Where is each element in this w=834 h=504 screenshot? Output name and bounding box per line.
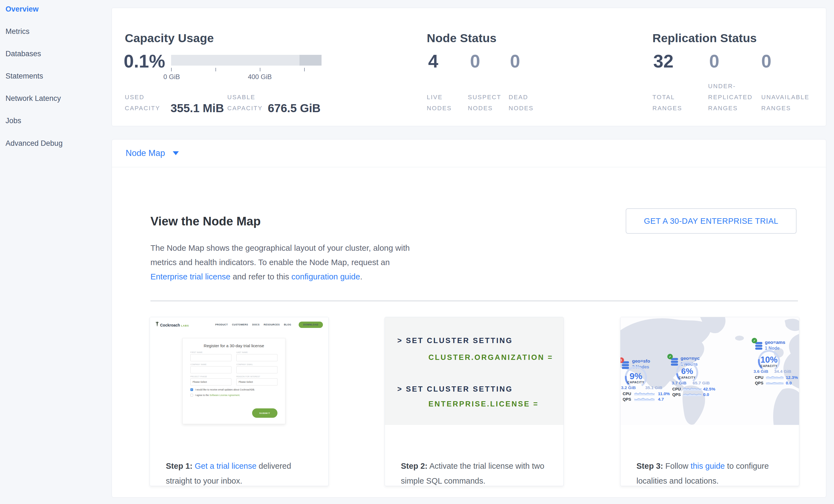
this-guide-link[interactable]: this guide (691, 462, 725, 470)
axis-tick (216, 68, 216, 71)
qps-sparkline-icon (634, 396, 655, 401)
capacity-used-percent: 0.1% (124, 51, 165, 72)
used-capacity-value: 355.1 MiB (171, 102, 224, 115)
capacity-usage-title: Capacity Usage (125, 31, 214, 45)
capacity-bar: 0 GiB 400 GiB (171, 55, 322, 88)
qps-sparkline-icon (683, 392, 701, 396)
total-capacity: 34.4 GiB (774, 369, 791, 374)
sidebar-item-overview[interactable]: Overview (5, 5, 39, 14)
nav-link: BLOG (284, 323, 291, 326)
capacity-label: CAPACITY (756, 364, 782, 368)
form-field: COMPANY NAME (190, 364, 232, 373)
qps-value: 0.0 (703, 392, 709, 397)
dead-nodes-label: DEAD NODES (509, 92, 540, 114)
get-trial-license-link[interactable]: Get a trial license (195, 462, 257, 470)
cpu-label: CPU (623, 392, 631, 396)
healthy-badge-icon: ✓ (752, 338, 757, 343)
form-title: Register for a 30-day trial license (190, 343, 278, 348)
axis-tick (304, 68, 305, 71)
cpu-value: 11.0% (658, 391, 670, 396)
step-number: Step 2: (401, 462, 427, 470)
nav-link: CUSTOMERS (232, 323, 248, 326)
checkbox-label: I would like to receive email updates ab… (195, 388, 255, 391)
cluster-summary-panel: Capacity Usage 0.1% 0 GiB 400 GiB USED C… (112, 8, 826, 126)
under-replicated-label: UNDER-REPLICATED RANGES (708, 81, 763, 114)
cockroach-logo-icon (155, 322, 159, 328)
node-map-panel: Node Map View the Node Map The Node Map … (112, 139, 826, 498)
sql-code-thumbnail: > SET CLUSTER SETTING CLUSTER.ORGANIZATI… (385, 317, 564, 425)
signup-page-thumbnail: Cockroach LABS PRODUCT CUSTOMERS DOCS RE… (150, 317, 328, 444)
view-selector-row: Node Map (112, 139, 826, 167)
node-map-dropdown-label: Node Map (126, 148, 165, 158)
configuration-guide-link[interactable]: configuration guide (291, 272, 360, 281)
step-3-caption: Step 3: Follow this guide to configure l… (636, 459, 789, 486)
live-nodes-count: 4 (428, 51, 438, 72)
node-map-dropdown[interactable]: Node Map (126, 139, 179, 167)
enterprise-trial-button[interactable]: GET A 30-DAY ENTERPRISE TRIAL (626, 208, 796, 234)
select-input: Please Select (236, 378, 278, 386)
license-agreement-checkbox-row: I agree to the Software License Agreemen… (190, 394, 278, 396)
step-number: Step 1: (166, 462, 193, 470)
cpu-value: 12.3% (786, 375, 798, 380)
qps-label: QPS (672, 392, 681, 397)
qps-sparkline-icon (766, 380, 784, 385)
unavailable-ranges-label: UNAVAILABLE RANGES (761, 92, 820, 114)
checkbox-label: I agree to the Software License Agreemen… (195, 394, 240, 396)
nav-link: DOCS (253, 323, 260, 326)
text-input (236, 366, 278, 373)
locality-name: geo=sfo (632, 358, 650, 364)
sidebar-item-databases[interactable]: Databases (5, 50, 41, 58)
healthy-badge-icon: ✓ (667, 354, 673, 359)
usable-capacity-value: 676.5 GiB (268, 102, 321, 115)
download-pill: DOWNLOAD (299, 322, 323, 328)
thumbnail-nav-links: PRODUCT CUSTOMERS DOCS RESOURCES BLOG DO… (215, 322, 323, 328)
step-2-caption: Step 2: Activate the trial license with … (401, 459, 553, 486)
nav-link: PRODUCT (215, 323, 228, 326)
page-title: View the Node Map (150, 214, 261, 228)
form-field: LAST NAME (236, 351, 278, 361)
field-label: LAST NAME (236, 351, 278, 353)
total-capacity: 35.1 GiB (645, 385, 662, 390)
node-map-thumbnail: 1 geo=sfo 2 Nodes 9% CAPACITY 3.2 GiB 35… (620, 317, 799, 425)
capacity-label: CAPACITY (623, 380, 649, 384)
field-label: PROJECT PHASE (190, 376, 232, 377)
select-input: Please Select (190, 378, 232, 386)
sql-prompt-line: > SET CLUSTER SETTING (397, 385, 513, 394)
chevron-down-icon (173, 151, 179, 155)
sidebar-item-network-latency[interactable]: Network Latency (5, 94, 61, 103)
form-field: REASON FOR INTEREST Please Select (236, 376, 278, 386)
sidebar-item-statements[interactable]: Statements (5, 72, 43, 81)
form-field: COMPANY EMAIL (236, 364, 278, 373)
sidebar-item-jobs[interactable]: Jobs (5, 116, 21, 125)
sql-prompt-line: > SET CLUSTER SETTING (397, 336, 513, 345)
form-field: PROJECT PHASE Please Select (190, 376, 232, 386)
step-1-caption: Step 1: Get a trial license delivered st… (166, 459, 319, 486)
logo-suffix: LABS (181, 324, 189, 327)
suspect-nodes-count: 0 (470, 51, 480, 72)
field-label: REASON FOR INTEREST (236, 376, 278, 377)
qps-value: 4.7 (658, 397, 664, 402)
used-capacity: 3.2 GiB (621, 385, 636, 390)
usable-capacity-label: USABLE CAPACITY (227, 92, 271, 114)
suspect-nodes-label: SUSPECT NODES (468, 92, 504, 114)
total-ranges-label: TOTAL RANGES (653, 92, 688, 114)
cpu-label: CPU (672, 387, 681, 391)
description-text: . (360, 272, 362, 281)
field-label: COMPANY NAME (190, 364, 232, 366)
enterprise-trial-license-link[interactable]: Enterprise trial license (150, 272, 231, 281)
replication-status-title: Replication Status (653, 31, 757, 45)
checkbox-text: I agree to the (195, 394, 210, 396)
sidebar-item-advanced-debug[interactable]: Advanced Debug (5, 139, 63, 148)
capacity-bar-reserved-segment (300, 55, 322, 66)
text-input (236, 354, 278, 361)
email-updates-checkbox-row: ✓ I would like to receive email updates … (190, 388, 278, 391)
capacity-percent: 10% (756, 355, 782, 365)
db-console-overview-page: Overview Metrics Databases Statements Ne… (0, 0, 834, 504)
live-nodes-label: LIVE NODES (427, 92, 459, 114)
axis-tick-label-zero: 0 GiB (163, 73, 180, 81)
sidebar: Overview Metrics Databases Statements Ne… (0, 0, 112, 504)
description-text: and refer to this (231, 272, 291, 281)
cpu-sparkline-icon (683, 386, 701, 391)
sidebar-item-metrics[interactable]: Metrics (5, 27, 29, 36)
sql-setting-line: ENTERPRISE.LICENSE = (429, 400, 539, 409)
